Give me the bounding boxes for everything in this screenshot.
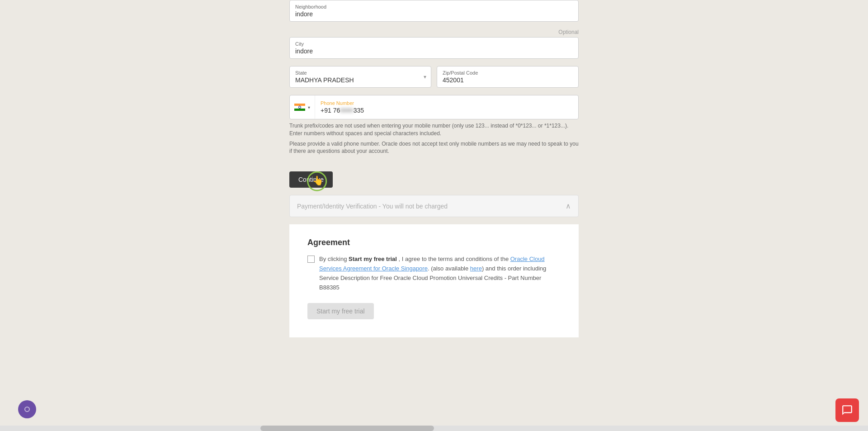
agreement-checkbox[interactable] xyxy=(307,256,315,263)
payment-collapse-icon: ∧ xyxy=(566,202,571,210)
circle-inner-icon xyxy=(24,407,30,412)
city-value: indore xyxy=(295,47,313,55)
phone-warning: Please provide a valid phone number. Ora… xyxy=(289,140,579,156)
agreement-middle: , I agree to the terms and conditions of… xyxy=(397,256,510,262)
city-label: City xyxy=(295,41,573,47)
phone-flag-selector[interactable]: ▾ xyxy=(290,95,315,119)
state-value: MADHYA PRADESH xyxy=(295,76,354,84)
chat-button[interactable] xyxy=(835,398,859,422)
phone-number-value: +91 76••••••335 xyxy=(321,107,364,114)
continue-button-wrapper: Continue 👆 xyxy=(289,167,333,188)
agreement-section: Agreement By clicking Start my free tria… xyxy=(289,224,579,337)
here-link[interactable]: here xyxy=(470,265,482,272)
city-field[interactable]: City indore xyxy=(289,37,579,59)
state-label: State xyxy=(295,70,425,76)
agreement-prefix: By clicking xyxy=(319,256,349,262)
phone-blurred: •••••• xyxy=(340,107,353,114)
scrollbar[interactable] xyxy=(0,426,868,431)
phone-dropdown-arrow-icon: ▾ xyxy=(308,105,310,110)
agreement-after-link1: . (also available xyxy=(428,265,470,272)
neighborhood-label: Neighborhood xyxy=(295,4,573,9)
chat-icon xyxy=(841,404,853,416)
agreement-text: By clicking Start my free trial , I agre… xyxy=(319,255,561,292)
agreement-row: By clicking Start my free trial , I agre… xyxy=(307,255,561,292)
india-flag-icon xyxy=(294,104,305,111)
neighborhood-field[interactable]: Neighborhood indore xyxy=(289,0,579,22)
neighborhood-group: Neighborhood indore xyxy=(289,0,579,22)
scrollbar-thumb[interactable] xyxy=(260,426,434,431)
agreement-bold: Start my free trial xyxy=(349,256,397,262)
neighborhood-value: indore xyxy=(295,10,313,18)
state-chevron-icon: ▾ xyxy=(424,74,426,80)
state-field[interactable]: State MADHYA PRADESH ▾ xyxy=(289,66,431,88)
continue-button[interactable]: Continue xyxy=(289,171,333,188)
phone-input-area[interactable]: Phone Number +91 76••••••335 xyxy=(315,97,578,118)
payment-section[interactable]: Payment/Identity Verification - You will… xyxy=(289,195,579,217)
start-trial-button[interactable]: Start my free trial xyxy=(307,303,374,319)
zip-label: Zip/Postal Code xyxy=(443,70,573,76)
city-group: City indore xyxy=(289,37,579,59)
agreement-title: Agreement xyxy=(307,238,561,247)
purple-circle-button[interactable] xyxy=(18,400,36,418)
zip-value: 452001 xyxy=(443,76,464,84)
payment-title: Payment/Identity Verification - You will… xyxy=(297,203,448,210)
phone-label: Phone Number xyxy=(321,100,573,106)
phone-container: ▾ Phone Number +91 76••••••335 xyxy=(289,95,579,119)
state-zip-row: State MADHYA PRADESH ▾ Zip/Postal Code 4… xyxy=(289,66,579,88)
optional-label: Optional xyxy=(289,29,579,35)
phone-hint: Trunk prefix/codes are not used when ent… xyxy=(289,122,579,137)
phone-group: ▾ Phone Number +91 76••••••335 Trunk pre… xyxy=(289,95,579,155)
zip-field[interactable]: Zip/Postal Code 452001 xyxy=(437,66,579,88)
